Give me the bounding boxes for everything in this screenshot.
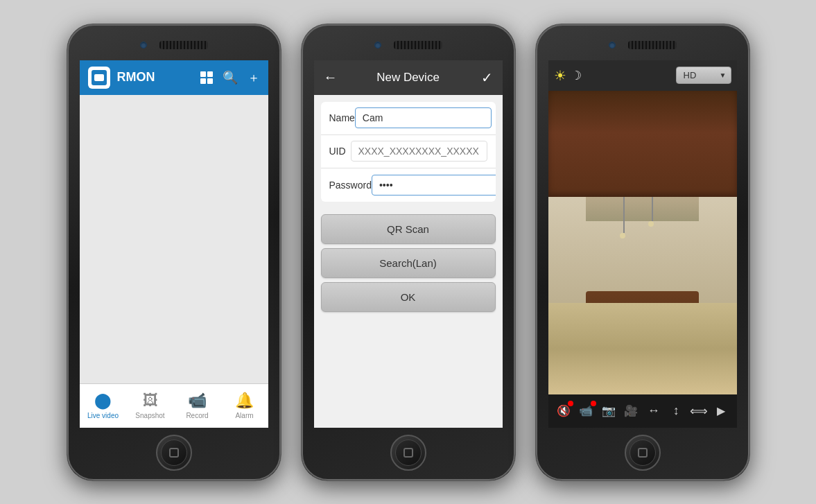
kitchen-scene	[548, 91, 737, 394]
name-input[interactable]	[355, 107, 492, 128]
home-button-inner-1	[161, 440, 187, 466]
home-button-square-2	[403, 448, 413, 458]
snapshot-icon: 🖼	[143, 392, 158, 410]
brightness-icon[interactable]: ☀	[554, 67, 566, 84]
tab-record[interactable]: 📹 Record	[174, 384, 221, 428]
grid-icon[interactable]	[200, 71, 213, 84]
phone-1-top	[67, 24, 281, 60]
p1-tabbar: ⬤ Live video 🖼 Snapshot 📹 Record 🔔 Alarm	[80, 383, 268, 428]
front-camera-icon-2	[374, 42, 381, 49]
speaker-grille	[159, 41, 208, 49]
phone-1-screen: RMON 🔍 ＋ ⬤ Live video	[80, 60, 268, 428]
uid-label: UID	[329, 146, 351, 157]
camera-video-feed	[548, 91, 737, 394]
home-button-square-3	[638, 448, 648, 458]
uid-input[interactable]	[351, 141, 487, 162]
speaker-grille-3	[628, 41, 677, 49]
move-horizontal-control[interactable]: ↔	[643, 399, 666, 423]
phone-3-top	[536, 24, 749, 60]
quality-dropdown-arrow: ▼	[720, 71, 727, 79]
home-button-2[interactable]	[390, 435, 426, 471]
p1-header-icons: 🔍 ＋	[200, 69, 260, 86]
tab-snapshot-label: Snapshot	[135, 412, 164, 419]
tab-record-label: Record	[186, 412, 208, 419]
phone-2-top	[302, 24, 515, 60]
tab-snapshot[interactable]: 🖼 Snapshot	[127, 384, 174, 428]
p1-header: RMON 🔍 ＋	[80, 60, 268, 95]
phone-2: ← New Device ✓ Name UID Password	[301, 24, 516, 481]
phone-2-screen: ← New Device ✓ Name UID Password	[314, 60, 503, 428]
speaker-grille-2	[394, 41, 442, 49]
search-icon[interactable]: 🔍	[223, 70, 238, 85]
light-bulb-2	[648, 221, 654, 227]
quality-value: HD	[684, 70, 697, 80]
flip-control[interactable]: ⟺	[688, 399, 711, 423]
send-control[interactable]: ▶	[710, 399, 733, 423]
quality-selector[interactable]: HD ▼	[676, 67, 731, 84]
back-button[interactable]: ←	[324, 69, 338, 85]
video-control[interactable]: 🎥	[620, 399, 643, 423]
p2-buttons: QR Scan Search(Lan) OK	[314, 209, 503, 318]
password-input[interactable]	[372, 175, 496, 195]
p3-toolbar: ☀ ☽ HD ▼	[548, 60, 737, 91]
record-icon: 📹	[188, 392, 207, 410]
phones-container: RMON 🔍 ＋ ⬤ Live video	[67, 24, 750, 481]
new-device-form: Name UID Password	[321, 102, 496, 202]
home-button-inner-2	[395, 440, 422, 466]
contrast-icon[interactable]: ☽	[571, 68, 582, 83]
name-label: Name	[329, 112, 355, 123]
tab-live-video[interactable]: ⬤ Live video	[80, 384, 127, 428]
move-vertical-control[interactable]: ↕	[665, 399, 688, 423]
password-label: Password	[329, 180, 372, 191]
ok-button[interactable]: OK	[321, 282, 496, 312]
home-button-square-1	[169, 448, 179, 458]
home-button-1[interactable]	[156, 435, 192, 471]
add-device-icon[interactable]: ＋	[248, 69, 260, 86]
front-camera-icon-3	[609, 42, 616, 49]
alarm-icon: 🔔	[235, 392, 254, 410]
p2-header: ← New Device ✓	[314, 60, 503, 95]
phone-1: RMON 🔍 ＋ ⬤ Live video	[67, 24, 281, 481]
tab-alarm-label: Alarm	[235, 412, 253, 419]
phone-3-screen: ☀ ☽ HD ▼	[548, 60, 737, 428]
home-button-inner-3	[630, 440, 656, 466]
confirm-button[interactable]: ✓	[481, 69, 493, 86]
p1-content	[80, 95, 268, 383]
p1-logo-inner	[92, 70, 107, 85]
pendant-light-2	[652, 197, 653, 221]
uid-field-row: UID	[321, 135, 496, 168]
new-device-title: New Device	[376, 71, 440, 85]
snapshot-control[interactable]: 📷	[598, 399, 620, 423]
kitchen-upper-cabinets	[548, 91, 737, 197]
tab-live-video-label: Live video	[87, 412, 119, 419]
p3-controls-bar: 🔇 📹 📷 🎥 ↔ ↕ ⟺ ▶	[548, 394, 737, 428]
qr-scan-button[interactable]: QR Scan	[321, 214, 496, 244]
camera-logo-icon	[94, 74, 104, 81]
live-video-icon: ⬤	[94, 392, 112, 410]
p1-logo	[88, 67, 110, 89]
tab-alarm[interactable]: 🔔 Alarm	[221, 384, 268, 428]
password-field-row: Password	[321, 168, 496, 202]
name-field-row: Name	[321, 102, 496, 135]
front-camera-icon	[140, 42, 147, 49]
app-title: RMON	[117, 70, 193, 85]
phone-3: ☀ ☽ HD ▼	[535, 24, 750, 481]
record-control[interactable]: 📹	[575, 399, 598, 423]
pendant-light-1	[623, 197, 625, 234]
kitchen-counter-top	[586, 197, 699, 221]
search-lan-button[interactable]: Search(Lan)	[321, 248, 496, 278]
home-button-3[interactable]	[625, 435, 661, 471]
kitchen-floor	[548, 303, 737, 394]
audio-control[interactable]: 🔇	[553, 399, 575, 423]
